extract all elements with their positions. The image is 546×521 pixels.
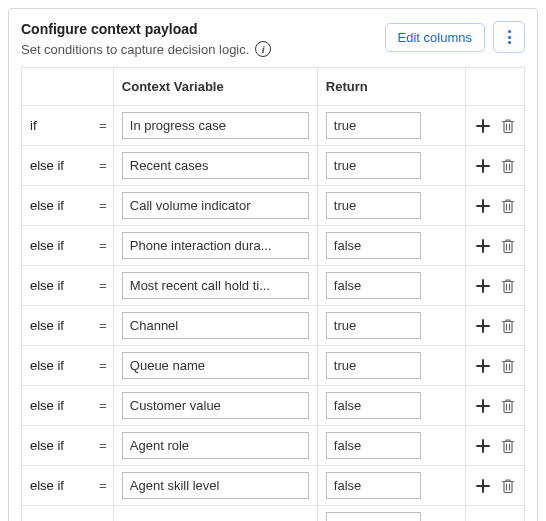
condition-cell: else if (22, 146, 91, 186)
equals-cell: = (91, 266, 113, 306)
return-input[interactable] (326, 392, 421, 419)
actions-cell (465, 306, 524, 346)
return-cell (317, 146, 465, 186)
kebab-icon (508, 30, 511, 44)
variable-input[interactable] (122, 152, 309, 179)
condition-cell: else if (22, 186, 91, 226)
return-cell (317, 426, 465, 466)
add-row-button[interactable] (475, 318, 491, 334)
delete-row-button[interactable] (501, 118, 515, 134)
table-row: else if= (22, 466, 525, 506)
equals-cell: = (91, 386, 113, 426)
return-input[interactable] (326, 312, 421, 339)
delete-row-button[interactable] (501, 238, 515, 254)
condition-cell: else if (22, 386, 91, 426)
table-row: else if= (22, 266, 525, 306)
delete-row-button[interactable] (501, 478, 515, 494)
variable-cell (113, 506, 317, 522)
return-input[interactable] (326, 512, 421, 521)
return-input[interactable] (326, 352, 421, 379)
info-icon[interactable]: i (255, 41, 271, 57)
delete-row-button[interactable] (501, 438, 515, 454)
variable-cell (113, 386, 317, 426)
actions-cell (465, 506, 524, 522)
add-row-button[interactable] (475, 438, 491, 454)
add-row-button[interactable] (475, 478, 491, 494)
more-menu-button[interactable] (493, 21, 525, 53)
delete-row-button[interactable] (501, 358, 515, 374)
table-row: else if= (22, 146, 525, 186)
panel-header: Configure context payload Set conditions… (21, 21, 525, 57)
variable-input[interactable] (122, 112, 309, 139)
variable-input[interactable] (122, 272, 309, 299)
condition-cell: else if (22, 466, 91, 506)
delete-row-button[interactable] (501, 398, 515, 414)
return-cell (317, 186, 465, 226)
return-cell (317, 226, 465, 266)
add-row-button[interactable] (475, 398, 491, 414)
configure-panel: Configure context payload Set conditions… (8, 8, 538, 521)
add-row-button[interactable] (475, 198, 491, 214)
add-row-button[interactable] (475, 358, 491, 374)
actions-cell (465, 106, 524, 146)
return-cell (317, 306, 465, 346)
variable-input[interactable] (122, 432, 309, 459)
return-input[interactable] (326, 152, 421, 179)
return-input[interactable] (326, 192, 421, 219)
actions-cell (465, 226, 524, 266)
add-row-button[interactable] (475, 238, 491, 254)
equals-cell: = (91, 146, 113, 186)
table-row: else if= (22, 346, 525, 386)
condition-cell: else if (22, 346, 91, 386)
variable-cell (113, 426, 317, 466)
equals-cell: = (91, 346, 113, 386)
table-row: else if= (22, 426, 525, 466)
return-input[interactable] (326, 272, 421, 299)
conditions-table: Context Variable Return if=else if=else … (21, 67, 525, 521)
delete-row-button[interactable] (501, 278, 515, 294)
equals-cell: = (91, 186, 113, 226)
add-row-button[interactable] (475, 158, 491, 174)
variable-input[interactable] (122, 352, 309, 379)
header-actions: Edit columns (385, 21, 525, 53)
return-input[interactable] (326, 112, 421, 139)
return-cell (317, 506, 465, 522)
table-row: else if= (22, 186, 525, 226)
table-row: else if= (22, 386, 525, 426)
add-row-button[interactable] (475, 118, 491, 134)
table-row: if= (22, 106, 525, 146)
col-variable: Context Variable (113, 68, 317, 106)
variable-cell (113, 346, 317, 386)
col-condition (22, 68, 114, 106)
condition-cell: else if (22, 426, 91, 466)
add-row-button[interactable] (475, 278, 491, 294)
variable-input[interactable] (122, 232, 309, 259)
page-subtitle: Set conditions to capture decision logic… (21, 41, 385, 57)
equals-cell: = (91, 226, 113, 266)
variable-input[interactable] (122, 392, 309, 419)
condition-cell: else if (22, 306, 91, 346)
equals-cell: = (91, 306, 113, 346)
return-input[interactable] (326, 472, 421, 499)
variable-cell (113, 106, 317, 146)
edit-columns-button[interactable]: Edit columns (385, 23, 485, 52)
page-title: Configure context payload (21, 21, 385, 37)
header-text: Configure context payload Set conditions… (21, 21, 385, 57)
variable-cell (113, 466, 317, 506)
variable-input[interactable] (122, 312, 309, 339)
condition-cell: Otherwise (22, 506, 91, 522)
return-input[interactable] (326, 232, 421, 259)
return-input[interactable] (326, 432, 421, 459)
equals-cell: = (91, 466, 113, 506)
return-cell (317, 266, 465, 306)
variable-cell (113, 266, 317, 306)
variable-input[interactable] (122, 472, 309, 499)
variable-cell (113, 306, 317, 346)
delete-row-button[interactable] (501, 198, 515, 214)
delete-row-button[interactable] (501, 158, 515, 174)
col-actions (465, 68, 524, 106)
delete-row-button[interactable] (501, 318, 515, 334)
variable-input[interactable] (122, 192, 309, 219)
equals-cell (91, 506, 113, 522)
return-cell (317, 106, 465, 146)
